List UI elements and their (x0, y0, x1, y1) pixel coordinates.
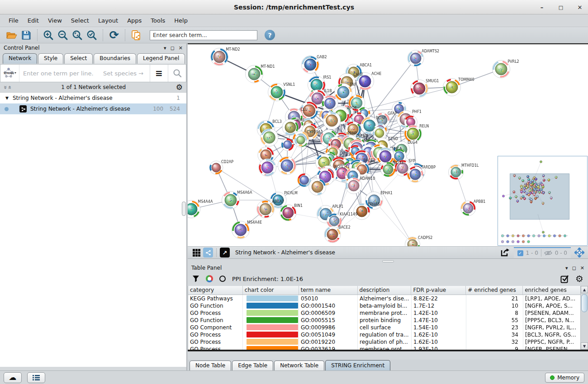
close-button[interactable]: ✕ (576, 4, 583, 11)
tab-select[interactable]: Select (64, 53, 93, 64)
table-row[interactable]: GO FunctionGO:0001540beta-amyloid bi...1… (188, 302, 588, 309)
splitter-handle[interactable] (382, 260, 394, 262)
tab-network[interactable]: Network (3, 53, 37, 64)
cell-description: protein binding (358, 317, 412, 324)
column-header-term-name[interactable]: term name (299, 286, 358, 295)
column-header-enriched-genes[interactable]: enriched genes (523, 286, 588, 295)
panel-collapse-icon[interactable]: ▾ (164, 46, 166, 51)
string-share-button[interactable] (202, 248, 214, 258)
refresh-button[interactable]: ⟳ (107, 28, 121, 42)
table-row[interactable]: GO ProcessGO:0051049regulation of tra...… (188, 331, 588, 338)
grid-icon (193, 249, 200, 257)
selected-checkbox-icon[interactable]: ✓ (517, 250, 523, 256)
menu-item-apps[interactable]: Apps (123, 16, 146, 25)
network-list-gear-icon[interactable]: ⚙ (176, 84, 183, 91)
set-species-hint[interactable]: Set species → (103, 70, 150, 77)
horizontal-splitter[interactable] (188, 259, 588, 263)
minimize-button[interactable]: – (538, 4, 545, 11)
panel-close-icon[interactable]: ✕ (580, 266, 584, 271)
string-options-button[interactable]: ≡ (150, 65, 168, 82)
string-protein-query-dropdown[interactable]: STRING (0, 65, 19, 82)
tab-node-table[interactable]: Node Table (190, 361, 231, 370)
network-row-selected[interactable]: String Network - Alzheimer's disease 100… (0, 103, 186, 114)
zoom-fit-button[interactable] (70, 28, 85, 42)
enrichment-toolbar: PPI Enrichment: 1.0E-16 ⚙ (188, 272, 588, 286)
zoom-in-button[interactable] (41, 28, 56, 42)
filter-button[interactable] (192, 275, 199, 282)
help-button[interactable]: ? (265, 30, 275, 40)
network-collection-row[interactable]: ▼ String Network - Alzheimer's disease 1 (0, 93, 186, 103)
table-row[interactable]: GO ProcessGO:0019220regulation of ph...1… (188, 338, 588, 346)
cell-chart-color (243, 338, 299, 346)
table-row[interactable]: GO ComponentGO:0009986cell surface1.54E-… (188, 324, 588, 331)
scroll-down-button[interactable]: ▼ (581, 342, 588, 350)
menu-item-view[interactable]: View (44, 16, 66, 25)
tab-style[interactable]: Style (38, 53, 63, 64)
menu-item-select[interactable]: Select (67, 16, 93, 25)
panel-float-icon[interactable]: ◻ (572, 266, 576, 271)
table-vertical-scrollbar[interactable]: ▲ ▼ (580, 286, 588, 350)
enrichment-table-header: categorychart colorterm namedescriptionF… (188, 286, 588, 295)
table-row[interactable]: GO FunctionGO:0005515protein binding1.47… (188, 317, 588, 324)
tab-edge-table[interactable]: Edge Table (232, 361, 273, 370)
panel-divider-handle[interactable] (182, 201, 186, 216)
zoom-selected-button[interactable] (85, 28, 99, 42)
column-header-description[interactable]: description (358, 286, 412, 295)
panel-close-icon[interactable]: ✕ (179, 46, 183, 51)
string-terms-input[interactable] (19, 70, 103, 77)
cell-chart-color (243, 302, 299, 309)
menu-item-file[interactable]: File (5, 16, 23, 25)
table-row[interactable]: GO ProcessGO:0006509membrane prot...1.42… (188, 309, 588, 317)
panel-float-icon[interactable]: ◻ (171, 46, 175, 51)
remove-chart-button[interactable] (219, 276, 226, 282)
memory-button[interactable]: Memory (545, 373, 584, 383)
save-session-button[interactable] (19, 28, 33, 42)
enrichment-settings-gear-icon[interactable]: ⚙ (575, 274, 583, 283)
menu-item-edit[interactable]: Edit (24, 16, 43, 25)
string-search-button[interactable] (168, 65, 186, 82)
tab-boundaries[interactable]: Boundaries (94, 53, 136, 64)
cell-genes: [LRP1, APOE, AD... (523, 295, 588, 302)
menu-item-tools[interactable]: Tools (147, 16, 169, 25)
column-header-FDR-p-value[interactable]: FDR p-value (411, 286, 466, 295)
cloud-button[interactable]: ☁ (4, 372, 22, 383)
tab-string-enrichment[interactable]: STRING Enrichment (325, 360, 390, 370)
selected-count-badge: 1 - 0 (526, 250, 538, 256)
collapse-all-icon[interactable]: » (6, 85, 13, 89)
column-header-category[interactable]: category (188, 286, 243, 295)
cell-count: 10 (466, 302, 523, 309)
tab-network-table[interactable]: Network Table (274, 361, 324, 370)
cell-description: beta-amyloid bi... (358, 302, 412, 309)
select-rows-button[interactable] (560, 275, 569, 283)
cell-term-name: GO:0019220 (299, 338, 358, 346)
column-header-chart-color[interactable]: chart color (243, 286, 299, 295)
grid-view-button[interactable] (190, 248, 202, 258)
chart-settings-button[interactable] (206, 275, 213, 282)
cell-fdr: 1.62E-10 (412, 338, 466, 346)
search-input[interactable] (150, 30, 257, 40)
import-network-button[interactable] (129, 28, 143, 42)
tab-legend-panel[interactable]: Legend Panel (137, 53, 185, 64)
open-in-new-button[interactable]: ↗ (219, 248, 231, 258)
navigator-canvas[interactable] (498, 156, 587, 245)
open-session-button[interactable] (5, 28, 19, 42)
birds-eye-view[interactable] (498, 156, 588, 246)
title-bar[interactable]: Session: /tmp/enrichmentTest.cys – ◻ ✕ (0, 0, 588, 14)
column-header--enriched-genes[interactable]: # enriched genes (466, 286, 523, 295)
table-row[interactable]: KEGG Pathways05010Alzheimer's dise...8.8… (188, 295, 588, 302)
scroll-up-button[interactable]: ▲ (581, 286, 588, 293)
maximize-button[interactable]: ◻ (557, 4, 564, 11)
menu-item-layout[interactable]: Layout (94, 16, 122, 25)
table-row[interactable]: GO ProcessGO:0033619membrane prot...1.93… (188, 346, 588, 350)
zoom-out-icon (57, 30, 68, 41)
zoom-out-button[interactable] (56, 28, 70, 42)
panel-collapse-icon[interactable]: ▾ (565, 266, 568, 271)
scrollbar-thumb[interactable] (581, 294, 588, 312)
menu-item-help[interactable]: Help (170, 16, 192, 25)
task-history-button[interactable] (27, 372, 45, 383)
cell-fdr: 1.7E-12 (412, 302, 466, 309)
export-network-button[interactable] (499, 248, 511, 258)
hidden-eye-icon (544, 250, 552, 256)
collection-expand-icon[interactable]: ▼ (5, 96, 9, 100)
navigator-toggle-button[interactable] (574, 248, 585, 258)
